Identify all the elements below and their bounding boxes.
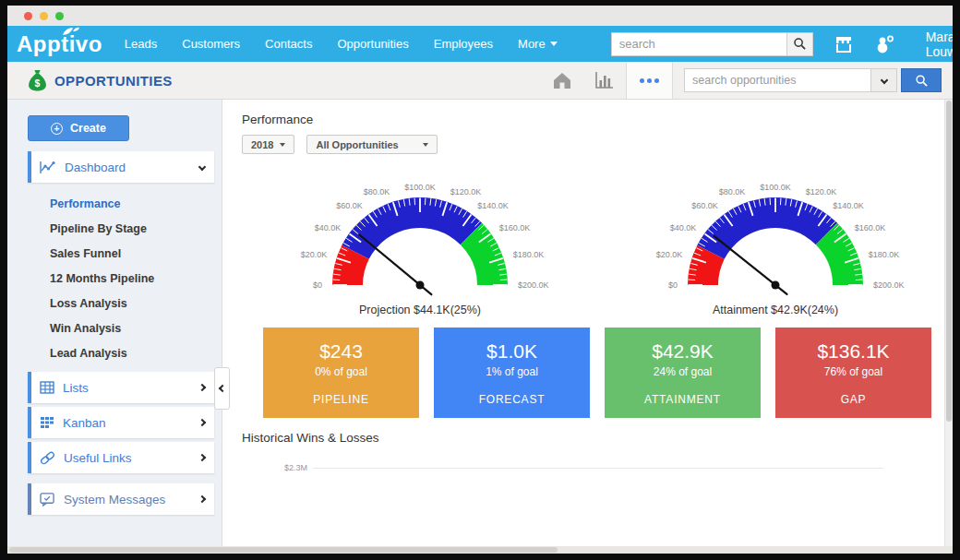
- window-titlebar: [7, 6, 953, 26]
- dashboard-submenu: Performance Pipeline By Stage Sales Funn…: [7, 192, 222, 366]
- nav-item-contacts[interactable]: Contacts: [265, 37, 312, 51]
- svg-text:$160.0K: $160.0K: [499, 223, 531, 232]
- more-options-icon[interactable]: [626, 62, 673, 99]
- svg-text:$140.0K: $140.0K: [477, 201, 509, 210]
- attainment-label: ATTAINMENT: [605, 393, 761, 406]
- nav-item-customers[interactable]: Customers: [182, 37, 240, 51]
- sidebar-item-win-analysis[interactable]: Win Analysis: [7, 316, 222, 341]
- global-search-input[interactable]: [611, 32, 786, 56]
- filters-row: 2018 All Opportunities: [242, 135, 953, 154]
- window-close-button[interactable]: [24, 12, 32, 20]
- nav-item-leads[interactable]: Leads: [125, 37, 157, 51]
- apptivo-logo[interactable]: Apptivo: [17, 31, 102, 57]
- sidebar-item-kanban[interactable]: Kanban: [28, 407, 214, 438]
- year-filter-dropdown[interactable]: 2018: [242, 135, 294, 154]
- svg-text:$200.0K: $200.0K: [873, 280, 905, 290]
- svg-text:$80.0K: $80.0K: [364, 187, 390, 197]
- bar-chart-icon[interactable]: [583, 62, 626, 99]
- nav-menu: Leads Customers Contacts Opportunities E…: [125, 37, 558, 51]
- user-status-icon[interactable]: [874, 34, 896, 54]
- sidebar-item-dashboard[interactable]: Dashboard: [28, 151, 214, 183]
- gauges-row: $0$20.0K$40.0K$60.0K$80.0K$100.0K$120.0K…: [242, 160, 953, 316]
- top-nav: Apptivo Leads Customers Contacts Opportu…: [7, 26, 953, 62]
- year-filter-value: 2018: [251, 139, 273, 150]
- svg-text:$160.0K: $160.0K: [855, 223, 886, 232]
- chevron-down-icon: [423, 143, 428, 147]
- attainment-gauge-block: $0$20.0K$40.0K$60.0K$80.0K$100.0K$120.0K…: [609, 160, 942, 316]
- create-label: Create: [70, 122, 106, 135]
- nav-more-label: More: [518, 37, 546, 51]
- sidebar-item-system-messages[interactable]: System Messages: [28, 483, 214, 515]
- sidebar-item-performance[interactable]: Performance: [7, 192, 222, 217]
- global-search-button[interactable]: [786, 32, 813, 56]
- kanban-icon: [40, 416, 54, 429]
- chevron-right-icon: [198, 384, 206, 391]
- user-name: Mara Louw: [926, 30, 953, 59]
- attainment-gauge: $0$20.0K$40.0K$60.0K$80.0K$100.0K$120.0K…: [609, 160, 942, 298]
- chevron-down-icon: [198, 163, 206, 171]
- kpi-card-attainment[interactable]: $42.9K 24% of goal ATTAINMENT: [605, 328, 761, 418]
- svg-text:$140.0K: $140.0K: [833, 201, 864, 210]
- money-bag-icon: $: [28, 69, 47, 91]
- store-icon[interactable]: [834, 35, 854, 54]
- sidebar-item-lists[interactable]: Lists: [28, 372, 214, 403]
- forecast-goal-percent: 1% of goal: [434, 365, 590, 378]
- svg-text:$60.0K: $60.0K: [691, 201, 718, 210]
- chevron-left-icon: [218, 385, 225, 392]
- lists-label: Lists: [63, 381, 199, 395]
- nav-item-employees[interactable]: Employees: [434, 37, 493, 51]
- nav-item-opportunities[interactable]: Opportunities: [337, 37, 408, 51]
- home-icon[interactable]: [541, 62, 583, 99]
- window-zoom-button[interactable]: [55, 12, 64, 20]
- kpi-card-gap[interactable]: $136.1K 76% of goal GAP: [775, 328, 931, 418]
- attainment-gauge-caption: Attainment $42.9K(24%): [609, 304, 942, 316]
- pipeline-goal-percent: 0% of goal: [263, 365, 419, 378]
- projection-gauge: $0$20.0K$40.0K$60.0K$80.0K$100.0K$120.0K…: [254, 160, 586, 298]
- chevron-down-icon: [550, 42, 558, 46]
- kpi-card-pipeline[interactable]: $243 0% of goal PIPELINE: [263, 328, 419, 418]
- forecast-value: $1.0K: [434, 340, 590, 363]
- sidebar-item-loss-analysis[interactable]: Loss Analysis: [7, 292, 222, 316]
- vertical-scrollbar-thumb[interactable]: [946, 101, 952, 422]
- dashboard-label: Dashboard: [65, 161, 199, 174]
- svg-text:$100.0K: $100.0K: [404, 183, 436, 192]
- y-axis-tick: $2.3M: [284, 463, 307, 472]
- message-icon: [40, 493, 55, 506]
- horizontal-scrollbar[interactable]: [7, 546, 953, 554]
- user-menu[interactable]: Mara Louw: [926, 30, 953, 59]
- kpi-card-forecast[interactable]: $1.0K 1% of goal FORECAST: [434, 328, 590, 418]
- horizontal-scrollbar-thumb[interactable]: [9, 547, 558, 553]
- search-options-dropdown[interactable]: [870, 68, 897, 92]
- create-button[interactable]: + Create: [28, 115, 129, 141]
- sidebar-item-useful-links[interactable]: Useful Links: [28, 442, 214, 473]
- scope-filter-dropdown[interactable]: All Opportunities: [306, 135, 438, 154]
- sidebar-item-lead-analysis[interactable]: Lead Analysis: [7, 341, 222, 366]
- svg-text:$0: $0: [668, 280, 678, 290]
- sidebar-item-pipeline-by-stage[interactable]: Pipeline By Stage: [7, 217, 222, 242]
- header-toolbar: [541, 62, 942, 99]
- svg-text:$180.0K: $180.0K: [513, 250, 545, 259]
- opportunities-search-button[interactable]: [901, 68, 942, 92]
- svg-text:$: $: [35, 78, 41, 89]
- svg-text:$40.0K: $40.0K: [670, 223, 697, 232]
- window-minimize-button[interactable]: [40, 12, 48, 20]
- nav-item-more[interactable]: More: [518, 37, 558, 51]
- forecast-label: FORECAST: [434, 393, 590, 406]
- sidebar-item-sales-funnel[interactable]: Sales Funnel: [7, 242, 222, 267]
- vertical-scrollbar[interactable]: [944, 100, 953, 546]
- search-icon: [793, 37, 807, 51]
- sidebar-collapse-handle[interactable]: [214, 367, 230, 410]
- svg-text:$200.0K: $200.0K: [518, 280, 549, 290]
- global-search: [611, 32, 813, 56]
- sidebar-item-12-months-pipeline[interactable]: 12 Months Pipeline: [7, 267, 222, 292]
- kpi-cards-row: $243 0% of goal PIPELINE $1.0K 1% of goa…: [263, 328, 953, 418]
- opportunities-search-input[interactable]: [684, 68, 870, 92]
- svg-text:$0: $0: [313, 280, 322, 290]
- system-messages-label: System Messages: [64, 493, 199, 506]
- gap-goal-percent: 76% of goal: [775, 365, 931, 378]
- dashboard-section-title: Performance: [242, 113, 953, 126]
- chevron-down-icon: [880, 77, 887, 84]
- kanban-label: Kanban: [63, 416, 199, 430]
- attainment-value: $42.9K: [605, 340, 761, 363]
- opportunities-search: [684, 68, 942, 92]
